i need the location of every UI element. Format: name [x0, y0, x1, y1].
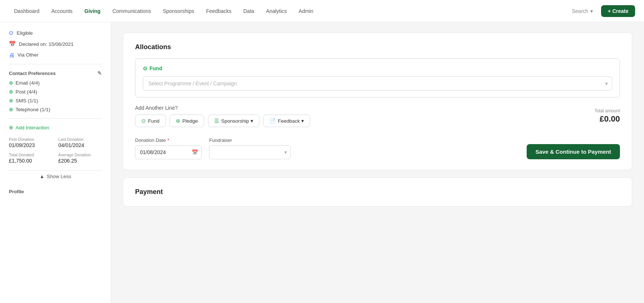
pref-email-label: Email (4/4): [16, 80, 40, 86]
programme-select-wrapper: Select Programme / Event / Campaign ▾: [143, 76, 612, 91]
fund-label: Fund: [150, 65, 162, 71]
avg-donation-label: Average Donation: [58, 153, 102, 157]
declared-label: Declared on: 15/06/2021: [19, 41, 74, 47]
nav-giving[interactable]: Giving: [79, 5, 106, 17]
last-donation-label: Last Donation: [58, 137, 102, 142]
pledge-line-btn[interactable]: ⊛ Pledge: [170, 115, 204, 127]
stat-last-donation: Last Donation 04/01/2024: [58, 137, 102, 148]
sidebar: ⊙ Eligible 📅 Declared on: 15/06/2021 🖨 V…: [0, 22, 111, 303]
total-amount-value: £0.00: [594, 114, 620, 124]
edit-icon[interactable]: ✎: [97, 70, 102, 76]
main-content: Allocations ⊙ Fund Select Programme / Ev…: [111, 22, 644, 303]
payment-title: Payment: [135, 188, 620, 196]
feedback-btn-label: Feedback ▾: [278, 118, 304, 124]
pref-email: ⊕ Email (4/4): [9, 80, 102, 86]
via-item: 🖨 Via Other: [9, 52, 102, 58]
required-star: *: [167, 137, 169, 143]
check-circle-icon-3: ⊕: [9, 98, 13, 103]
nav-feedbacks[interactable]: Feedbacks: [201, 5, 237, 17]
feedback-btn-icon: 📄: [269, 118, 276, 124]
fundraiser-label: Fundraiser: [209, 137, 291, 143]
chevron-down-icon: ▾: [590, 8, 593, 14]
eligible-label: Eligible: [17, 30, 33, 36]
check-circle-icon: ⊕: [9, 80, 13, 86]
search-label: Search: [572, 8, 588, 14]
pledge-btn-icon: ⊛: [176, 118, 180, 124]
eligible-item: ⊙ Eligible: [9, 30, 102, 36]
contact-prefs-section: Contact Preferences ✎: [9, 70, 102, 76]
donation-form: Donation Date * 📅 Fundraiser: [135, 137, 620, 159]
divider-1: [9, 64, 102, 64]
fund-section: ⊙ Fund Select Programme / Event / Campai…: [135, 58, 620, 98]
nav-admin[interactable]: Admin: [294, 5, 319, 17]
donation-date-group: Donation Date * 📅: [135, 137, 202, 159]
stat-total-donated: Total Donated £1,750.00: [9, 153, 53, 164]
create-button[interactable]: + Create: [601, 5, 635, 17]
sponsorship-line-btn[interactable]: ☰ Sponsorship ▾: [208, 115, 259, 127]
total-donated-value: £1,750.00: [9, 158, 53, 164]
nav-accounts[interactable]: Accounts: [46, 5, 78, 17]
pledge-btn-label: Pledge: [182, 118, 198, 124]
search-button[interactable]: Search ▾: [568, 6, 597, 16]
programme-select[interactable]: Select Programme / Event / Campaign: [143, 76, 612, 91]
donation-date-label: Donation Date *: [135, 137, 202, 143]
add-line-label: Add Another Line?: [135, 105, 310, 111]
profile-title: Profile: [9, 189, 102, 194]
check-circle-icon-2: ⊕: [9, 89, 13, 95]
add-line-row: Add Another Line? ⊙ Fund ⊛ Pledge ☰ Spon: [135, 105, 620, 127]
pref-post: ⊕ Post (4/4): [9, 89, 102, 95]
nav-sponsorships[interactable]: Sponsorships: [158, 5, 199, 17]
first-donation-label: First Donation: [9, 137, 53, 142]
pref-post-label: Post (4/4): [16, 89, 37, 95]
show-less-btn[interactable]: ▲ Show Less: [9, 170, 102, 182]
nav-communications[interactable]: Communications: [107, 5, 156, 17]
fundraiser-group: Fundraiser ▾: [209, 137, 291, 159]
add-line-left: Add Another Line? ⊙ Fund ⊛ Pledge ☰ Spon: [135, 105, 310, 127]
add-interaction-btn[interactable]: ⊕ Add Interaction: [9, 125, 102, 130]
fundraiser-select[interactable]: [209, 145, 291, 159]
fund-line-btn[interactable]: ⊙ Fund: [135, 115, 166, 127]
divider-2: [9, 118, 102, 119]
fund-btn-icon: ⊙: [141, 118, 146, 124]
calendar-icon: 📅: [9, 41, 16, 47]
pref-telephone: ⊕ Telephone (1/1): [9, 106, 102, 112]
check-circle-icon-4: ⊕: [9, 106, 13, 112]
fund-header: ⊙ Fund: [143, 65, 612, 71]
add-interaction-label: Add Interaction: [16, 125, 49, 130]
line-buttons: ⊙ Fund ⊛ Pledge ☰ Sponsorship ▾ 📄: [135, 115, 310, 127]
last-donation-value: 04/01/2024: [58, 142, 102, 148]
nav-dashboard[interactable]: Dashboard: [9, 5, 45, 17]
fund-circle-icon: ⊙: [143, 65, 147, 71]
first-donation-value: 01/09/2023: [9, 142, 53, 148]
contact-prefs-title: Contact Preferences: [9, 71, 56, 76]
fund-btn-label: Fund: [148, 118, 160, 124]
declared-item: 📅 Declared on: 15/06/2021: [9, 41, 102, 47]
save-continue-btn[interactable]: Save & Continue to Payment: [527, 144, 620, 159]
show-less-label: Show Less: [47, 174, 71, 179]
feedback-line-btn[interactable]: 📄 Feedback ▾: [263, 115, 310, 127]
donation-date-input[interactable]: [135, 145, 202, 159]
total-donated-label: Total Donated: [9, 153, 53, 157]
pref-telephone-label: Telephone (1/1): [16, 107, 50, 112]
eligible-icon: ⊙: [9, 30, 14, 36]
nav-data[interactable]: Data: [238, 5, 259, 17]
sponsorship-btn-label: Sponsorship ▾: [221, 118, 253, 124]
top-nav: Dashboard Accounts Giving Communications…: [0, 0, 644, 22]
stat-first-donation: First Donation 01/09/2023: [9, 137, 53, 148]
via-label: Via Other: [17, 52, 38, 58]
via-icon: 🖨: [9, 52, 14, 58]
total-amount-label: Total amount: [594, 108, 620, 113]
date-input-wrapper: 📅: [135, 145, 202, 159]
chevron-up-icon: ▲: [40, 174, 44, 179]
allocations-title: Allocations: [135, 43, 620, 51]
stat-avg-donation: Average Donation £206.25: [58, 153, 102, 164]
total-amount-block: Total amount £0.00: [594, 108, 620, 124]
pref-sms: ⊕ SMS (1/1): [9, 98, 102, 103]
sponsorship-btn-icon: ☰: [214, 118, 219, 124]
avg-donation-value: £206.25: [58, 158, 102, 164]
page-layout: ⊙ Eligible 📅 Declared on: 15/06/2021 🖨 V…: [0, 22, 644, 303]
profile-section: Profile: [9, 189, 102, 194]
stats-grid: First Donation 01/09/2023 Last Donation …: [9, 137, 102, 164]
payment-card: Payment: [123, 177, 632, 207]
nav-analytics[interactable]: Analytics: [261, 5, 292, 17]
